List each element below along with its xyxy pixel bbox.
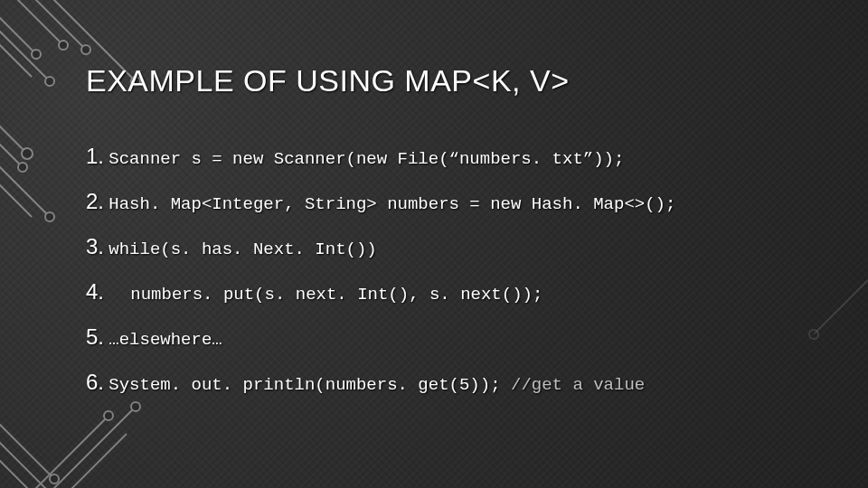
svg-point-3 [32, 50, 41, 59]
line-code: Hash. Map<Integer, String> numbers = new… [108, 194, 675, 214]
line-code: Scanner s = new Scanner(new File(“number… [108, 149, 624, 169]
svg-point-6 [18, 163, 27, 172]
svg-point-10 [50, 474, 59, 483]
svg-point-0 [59, 41, 68, 50]
code-comment: //get a value [511, 375, 645, 395]
line-code: while(s. has. Next. Int()) [108, 239, 376, 259]
line-code: …elsewhere… [108, 330, 222, 350]
svg-point-5 [22, 148, 33, 159]
code-line: 2. Hash. Map<Integer, String> numbers = … [86, 189, 814, 214]
code-line: 5. …elsewhere… [86, 324, 814, 350]
line-number: 1. [86, 144, 104, 168]
line-number: 4. [86, 279, 104, 304]
code-line: 6. System. out. println(numbers. get(5))… [86, 370, 814, 395]
code-listing: 1. Scanner s = new Scanner(new File(“num… [86, 144, 814, 395]
svg-point-1 [81, 45, 90, 54]
line-number: 3. [86, 234, 104, 258]
code-line: 4. numbers. put(s. next. Int(), s. next(… [86, 279, 814, 305]
svg-point-7 [45, 212, 54, 221]
svg-point-4 [45, 77, 54, 86]
line-number: 6. [86, 370, 104, 394]
line-code: numbers. put(s. next. Int(), s. next()); [108, 285, 542, 305]
line-number: 5. [86, 324, 104, 349]
code-line: 3. while(s. has. Next. Int()) [86, 234, 814, 259]
slide-title: EXAMPLE OF USING MAP<K, V> [86, 63, 814, 99]
code-line: 1. Scanner s = new Scanner(new File(“num… [86, 144, 814, 169]
line-code: System. out. println(numbers. get(5)); /… [108, 375, 645, 395]
line-number: 2. [86, 189, 104, 213]
slide-content: EXAMPLE OF USING MAP<K, V> 1. Scanner s … [86, 63, 814, 415]
